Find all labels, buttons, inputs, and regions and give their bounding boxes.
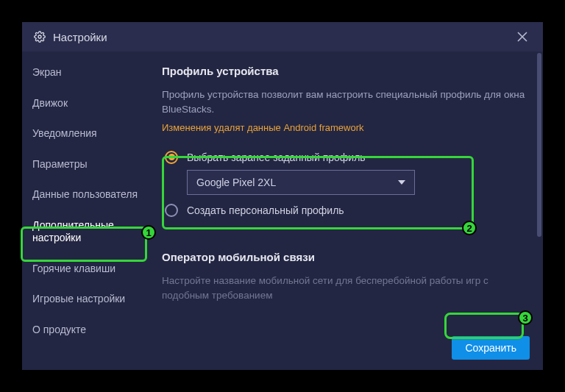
- option-custom-label: Создать персональный профиль: [187, 204, 344, 216]
- sidebar-item-screen[interactable]: Экран: [22, 57, 149, 88]
- select-value: Google Pixel 2XL: [196, 177, 276, 188]
- sidebar-item-label: Уведомления: [32, 127, 97, 139]
- section-title-carrier: Оператор мобильной связи: [162, 251, 530, 263]
- sidebar-item-about[interactable]: О продукте: [22, 315, 149, 346]
- profile-option-group: Выбрать заранее заданный профиль Google …: [162, 140, 530, 230]
- option-preset-row[interactable]: Выбрать заранее заданный профиль: [165, 151, 527, 164]
- settings-window: Настройки Экран Движок Уведомления Парам…: [22, 22, 543, 370]
- sidebar-item-label: Параметры: [32, 158, 88, 170]
- sidebar-item-label: Горячие клавиши: [32, 263, 116, 274]
- radio-preset[interactable]: [165, 151, 178, 164]
- gear-icon: [34, 31, 46, 43]
- sidebar-item-label: Данные пользователя: [32, 188, 138, 200]
- sidebar-item-label: О продукте: [32, 324, 86, 335]
- save-button[interactable]: Сохранить: [452, 336, 530, 360]
- sidebar-item-label: Игровые настройки: [32, 293, 125, 304]
- section-desc-profile: Профиль устройства позволит вам настроит…: [162, 88, 530, 118]
- sidebar-item-notifications[interactable]: Уведомления: [22, 118, 149, 149]
- sidebar-item-advanced[interactable]: Дополнительные настройки: [22, 210, 149, 254]
- content-panel: Профиль устройства Профиль устройства по…: [149, 51, 543, 370]
- option-preset-label: Выбрать заранее заданный профиль: [187, 152, 366, 163]
- sidebar-item-hotkeys[interactable]: Горячие клавиши: [22, 254, 149, 285]
- sidebar-item-parameters[interactable]: Параметры: [22, 149, 149, 180]
- chevron-down-icon: [398, 180, 405, 185]
- section-title-profile: Профиль устройства: [162, 65, 530, 77]
- option-custom-row[interactable]: Создать персональный профиль: [165, 204, 527, 217]
- sidebar: Экран Движок Уведомления Параметры Данны…: [22, 51, 149, 370]
- sidebar-item-userdata[interactable]: Данные пользователя: [22, 179, 149, 210]
- warning-text: Изменения удалят данные Android framewor…: [162, 122, 530, 133]
- close-button[interactable]: [514, 28, 531, 46]
- radio-custom[interactable]: [165, 204, 178, 217]
- svg-point-0: [38, 35, 41, 38]
- title-bar: Настройки: [22, 22, 543, 51]
- section-desc-carrier: Настройте название мобильной сети для бе…: [162, 274, 530, 304]
- sidebar-item-label: Экран: [32, 66, 62, 78]
- window-title: Настройки: [53, 31, 107, 43]
- device-profile-select[interactable]: Google Pixel 2XL: [187, 170, 415, 195]
- sidebar-item-gamesettings[interactable]: Игровые настройки: [22, 284, 149, 315]
- sidebar-item-label: Дополнительные настройки: [32, 219, 114, 244]
- vertical-scrollbar[interactable]: [537, 53, 541, 237]
- sidebar-item-engine[interactable]: Движок: [22, 88, 149, 119]
- sidebar-item-label: Движок: [32, 97, 68, 109]
